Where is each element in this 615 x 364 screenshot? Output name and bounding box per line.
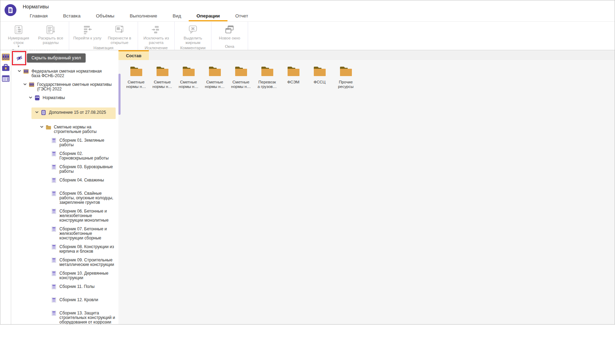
tree-node[interactable]: Сметные нормы на строительные работы xyxy=(11,124,118,135)
ribbon-button-label: Нумерация строк xyxy=(2,36,35,45)
tree-node[interactable]: Нормативы xyxy=(11,94,118,103)
folder-label: Сметные нормы н… xyxy=(152,80,172,89)
tree-node-label: Государственные сметные нормативы (ГЭСН)… xyxy=(37,82,112,91)
chevron-spacer xyxy=(43,164,51,165)
tree-node-label: Дополнение 15 от 27.08.2025 xyxy=(49,110,106,115)
tree-node[interactable]: Сборник 10. Деревянные конструкции xyxy=(11,270,118,281)
chevron-down-icon[interactable] xyxy=(21,82,29,86)
chevron-down-icon[interactable] xyxy=(27,95,34,99)
folder-icon xyxy=(313,65,327,78)
folder-label: Перевозк а грузов… xyxy=(258,80,277,89)
ribbon-tab-3[interactable]: Объёмы xyxy=(88,12,122,21)
folder-icon xyxy=(234,65,248,78)
tree-node[interactable]: Сборник 01. Земляные работы xyxy=(11,137,118,148)
ribbon-button[interactable]: Раскрыть все разделы xyxy=(35,23,67,45)
tree-node-label: Сборник 02. Горновскрышные работы xyxy=(59,151,117,161)
ribbon-tab-7[interactable]: Отчет xyxy=(227,12,256,21)
chevron-spacer xyxy=(43,270,51,271)
svg-text:3: 3 xyxy=(16,31,17,33)
app-logo-icon xyxy=(5,4,16,16)
bold-comment-icon: Ж xyxy=(177,24,209,35)
folder-tile[interactable]: Сметные нормы н… xyxy=(175,65,202,89)
tooltip: Скрыть выбранный узел xyxy=(27,53,86,62)
chevron-spacer xyxy=(43,297,51,298)
goto-node-icon xyxy=(71,24,103,35)
folder-tile[interactable]: Сметные нормы н… xyxy=(202,65,228,89)
folder-tile[interactable]: Сметные нормы н… xyxy=(123,65,149,89)
folder-tile[interactable]: Сметные нормы н… xyxy=(228,65,254,89)
ribbon-tab-1[interactable]: Главная xyxy=(22,12,55,21)
tree-node[interactable]: Дополнение 15 от 27.08.2025 xyxy=(11,107,118,119)
tree-node-label: Сборник 03. Буровзрывные работы xyxy=(59,164,117,174)
tree-node[interactable]: Сборник 02. Горновскрышные работы xyxy=(11,150,118,161)
hide-node-button[interactable] xyxy=(14,52,25,64)
folder-tile[interactable]: ФСЭМ xyxy=(280,65,306,89)
tab-sostav[interactable]: Состав xyxy=(118,50,149,60)
tree-node[interactable]: Сборник 06. Бетонные и железобетонные ко… xyxy=(11,208,118,223)
tree-node-label: Сметные нормы на строительные работы xyxy=(54,124,117,134)
table-view-icon[interactable] xyxy=(1,73,10,84)
ribbon-button[interactable]: Исключить из расчета xyxy=(140,23,172,45)
supplement-icon xyxy=(41,110,49,117)
tree-node[interactable]: Сборник 07. Бетонные и железобетонные ко… xyxy=(11,225,118,241)
collection-icon xyxy=(51,177,59,185)
tree-node[interactable]: Сборник 08. Конструкции из кирпича и бло… xyxy=(11,243,118,254)
ribbon-tab-5[interactable]: Вид xyxy=(165,12,189,21)
ribbon-button[interactable]: Перейти к узлу xyxy=(71,23,103,40)
ribbon-button[interactable]: ЖВыделить жирным xyxy=(177,23,209,45)
folder-tile[interactable]: ФССЦ xyxy=(306,65,333,89)
chevron-spacer xyxy=(43,191,51,191)
tree-node-label: Федеральная сметная нормативная база ФСН… xyxy=(31,68,107,78)
collection-icon xyxy=(51,164,59,171)
chevron-down-icon[interactable] xyxy=(33,110,41,114)
briefcase-icon[interactable] xyxy=(1,62,10,73)
folder-tile[interactable]: Прочие ресурсы xyxy=(333,65,359,89)
ribbon-tab-2[interactable]: Вставка xyxy=(55,12,88,21)
folder-icon xyxy=(287,65,301,78)
ribbon-button[interactable]: Перенести в открытые xyxy=(103,23,136,45)
tree-node[interactable]: Сборник 13. Защита строительных конструк… xyxy=(11,310,118,324)
tree-node-label: Сборник 08. Конструкции из кирпича и бло… xyxy=(59,244,117,254)
svg-text:Ж: Ж xyxy=(191,27,195,31)
tree-node-label: Сборник 13. Защита строительных конструк… xyxy=(59,310,117,324)
tree-panel: Скрыть выбранный узел Федеральная сметна… xyxy=(11,50,118,324)
ribbon-tab-4[interactable]: Выполнение xyxy=(122,12,165,21)
folder-label: Сметные нормы н… xyxy=(231,80,251,89)
new-window-icon xyxy=(214,24,246,35)
tree-node-label: Сборник 11. Полы xyxy=(59,284,95,289)
tree-toolbar: Скрыть выбранный узел xyxy=(11,50,118,67)
collection-icon xyxy=(51,138,59,145)
folder-label: Прочие ресурсы xyxy=(338,80,354,89)
tree-node[interactable]: Сборник 04. Скважины xyxy=(11,177,118,185)
ribbon-button[interactable]: Новое окно xyxy=(214,23,246,40)
folder-label: Сметные нормы н… xyxy=(205,80,224,89)
ribbon-group: Перейти к узлу Перенести в открытыеНавиг… xyxy=(69,22,138,50)
folder-tile[interactable]: Перевозк а грузов… xyxy=(254,65,280,89)
chevron-down-icon[interactable] xyxy=(15,68,23,73)
left-rail xyxy=(0,50,11,324)
ribbon-tab-bar: ГлавнаяВставкаОбъёмыВыполнениеВидОпераци… xyxy=(22,12,256,21)
ribbon-tab-6[interactable]: Операции xyxy=(189,12,227,21)
tree-scrollbar-thumb[interactable] xyxy=(118,74,121,115)
folder-tile[interactable]: Сметные нормы н… xyxy=(149,65,175,89)
collection-icon xyxy=(51,244,59,251)
ribbon-button[interactable]: 123 Нумерация строк▼ xyxy=(2,23,35,48)
collection-icon xyxy=(51,257,59,265)
ribbon: 123 Нумерация строк▼ Раскрыть все раздел… xyxy=(0,21,615,50)
window-title: Нормативы xyxy=(23,4,49,9)
tree-node[interactable]: Сборник 03. Буровзрывные работы xyxy=(11,163,118,174)
tree-node[interactable]: Сборник 09. Строительные металлические к… xyxy=(11,257,118,268)
tree-node[interactable]: Федеральная сметная нормативная база ФСН… xyxy=(11,68,118,79)
exclude-from-calc-icon xyxy=(140,24,172,35)
tree-node[interactable]: Государственные сметные нормативы (ГЭСН)… xyxy=(11,81,118,92)
chevron-down-icon[interactable] xyxy=(38,124,45,129)
normative-base-icon[interactable] xyxy=(1,52,10,62)
tree-node[interactable]: Сборник 12. Кровли xyxy=(11,296,118,305)
tree-node[interactable]: Сборник 11. Полы xyxy=(11,283,118,292)
ribbon-button-label: Выделить жирным xyxy=(177,36,209,45)
tree-node[interactable]: Сборник 05. Свайные работы, опускные кол… xyxy=(11,190,118,206)
chevron-spacer xyxy=(43,257,51,258)
folder-icon xyxy=(339,65,353,78)
chevron-spacer xyxy=(43,138,51,138)
tree-node-label: Сборник 01. Земляные работы xyxy=(59,138,117,147)
